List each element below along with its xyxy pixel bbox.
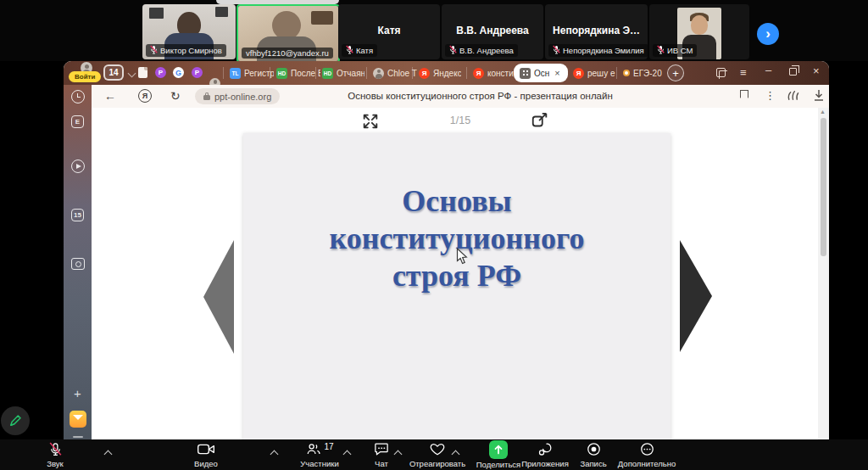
participant-tile[interactable]: Непорядкина Э… Непорядкина Эмилия (545, 4, 648, 59)
participant-display-name: Катя (338, 25, 440, 36)
person-silhouette (691, 15, 708, 35)
record-icon (586, 441, 602, 458)
tab-favicon: Я (473, 68, 484, 79)
video-button[interactable]: Видео (185, 441, 227, 468)
mail-icon[interactable] (64, 411, 92, 428)
more-icon (639, 441, 655, 458)
share-screen-button[interactable]: Поделиться (472, 441, 525, 469)
participant-display-name: Непорядкина Э… (545, 25, 648, 36)
participant-name: ИВ СМ (667, 46, 693, 55)
download-icon[interactable] (813, 89, 825, 102)
tab-title: Осн (534, 69, 549, 78)
browser-toolbar: ← Я ↻ ppt-online.org Основы конституцион… (64, 85, 829, 109)
mic-muted-icon (346, 45, 353, 56)
video-player-icon[interactable] (64, 159, 92, 173)
window-close-button[interactable]: × (813, 65, 820, 77)
tab-panels-icon[interactable] (716, 68, 726, 77)
scrollbar-thumb[interactable] (821, 118, 826, 256)
participant-name-pill: Катя (342, 44, 377, 57)
camera-icon (197, 441, 215, 458)
participant-tile[interactable]: Катя Катя (338, 4, 440, 59)
browser-tab[interactable]: ЕГЭ-20 (616, 64, 670, 81)
more-vertical-icon[interactable]: ⋮ (765, 88, 776, 104)
participant-tile[interactable]: ИВ СМ (649, 4, 749, 59)
history-icon[interactable] (64, 90, 92, 104)
next-participants-button[interactable]: › (757, 23, 779, 45)
address-bar[interactable]: ppt-online.org (195, 88, 280, 104)
tab-favicon (520, 68, 531, 79)
tab-favicon: Я (419, 68, 430, 79)
apps-icon (537, 441, 554, 458)
chat-icon (373, 441, 390, 458)
lock-icon (203, 95, 210, 100)
fullscreen-icon[interactable] (361, 112, 380, 134)
previous-slide-arrow[interactable] (203, 240, 234, 354)
annotate-button[interactable] (1, 406, 30, 435)
tab-favicon: TL (230, 68, 241, 79)
record-button[interactable]: Запись (574, 441, 613, 468)
share-slide-icon[interactable] (531, 112, 549, 134)
browser-tab[interactable]: Chloe T (366, 64, 417, 81)
participant-tile[interactable]: В.В. Андреева В.В. Андреева (442, 4, 543, 59)
participant-name-pill: Виктор Смирнов (146, 44, 226, 57)
sidebar-collapse-icon[interactable] (64, 436, 92, 438)
pinned-tab-google[interactable]: G (173, 67, 184, 78)
bookmark-icon[interactable] (740, 90, 748, 101)
chat-label: Чат (375, 459, 388, 468)
more-button[interactable]: Дополнительно (615, 441, 679, 468)
browser-tab[interactable]: HD Отчаян (315, 64, 364, 81)
video-options-caret[interactable] (271, 450, 278, 456)
signin-button[interactable]: Войти (69, 62, 106, 84)
window-minimize-button[interactable]: – (765, 64, 771, 76)
browser-tab-active[interactable]: Осн × (514, 64, 568, 82)
tab-favicon: HD (276, 68, 287, 79)
participant-tile[interactable]: Виктор Смирнов (142, 4, 236, 59)
pinned-tab[interactable]: P (155, 67, 166, 78)
calendar-icon[interactable]: 15 (64, 209, 92, 221)
pinned-tab[interactable]: P (192, 67, 203, 78)
scroll-up-icon[interactable]: ▲ (820, 109, 826, 115)
yandex-home-button[interactable]: Я (138, 89, 152, 103)
tab-counter[interactable]: 14 (103, 64, 124, 81)
refresh-button[interactable]: ↻ (170, 88, 181, 104)
participant-display-name: В.В. Андреева (442, 25, 543, 36)
sidebar-add-icon[interactable]: + (64, 386, 92, 400)
collections-icon[interactable] (787, 89, 799, 102)
browser-menu-icon[interactable]: ≡ (740, 67, 747, 79)
browser-tab[interactable]: Я конститу (466, 64, 515, 81)
browser-window: Войти 14 P G P TL Регистр HD После В HD … (64, 61, 829, 462)
react-options-caret[interactable] (453, 450, 459, 456)
browser-tab[interactable]: Я решу е (573, 64, 615, 81)
participants-count: 17 (324, 442, 333, 451)
chevron-down-icon[interactable] (129, 70, 136, 77)
wall-frame (149, 8, 164, 19)
slide-title: Основы конституционного строя РФ (243, 182, 670, 294)
tab-close-icon[interactable]: × (554, 68, 559, 78)
pinned-tab-page[interactable] (138, 67, 147, 78)
tab-title: конститу (487, 69, 515, 78)
participants-button[interactable]: 17 Участники (293, 441, 346, 468)
audio-options-caret[interactable] (105, 450, 112, 456)
apps-button[interactable]: Приложения (519, 441, 571, 468)
apps-label: Приложения (521, 459, 569, 468)
chat-options-caret[interactable] (395, 450, 402, 456)
tab-favicon (373, 68, 384, 79)
react-button[interactable]: Отреагировать (405, 441, 470, 468)
browser-tab[interactable]: Я Яндекс (412, 64, 461, 81)
participant-tile-active-speaker[interactable]: vfhbyf1210@yandex.ru (236, 4, 340, 63)
browser-tab[interactable]: HD После В (270, 64, 320, 81)
zoom-meeting-window: Виктор Смирнов vfhbyf1210@yandex.ru Катя… (0, 0, 868, 470)
mic-muted-icon (449, 45, 457, 56)
scrollbar[interactable]: ▲ (818, 108, 829, 462)
participants-options-caret[interactable] (344, 450, 351, 456)
window-restore-button[interactable] (789, 68, 797, 76)
back-button[interactable]: ← (104, 88, 116, 104)
next-slide-arrow[interactable] (680, 240, 712, 352)
services-icon[interactable]: Е (64, 115, 92, 128)
browser-tab[interactable]: TL Регистр (223, 64, 274, 81)
tab-favicon (623, 70, 630, 76)
screenshot-icon[interactable] (64, 258, 92, 270)
new-tab-button[interactable]: + (667, 64, 684, 81)
video-strip: Виктор Смирнов vfhbyf1210@yandex.ru Катя… (0, 0, 868, 61)
audio-button[interactable]: Звук (34, 441, 76, 468)
